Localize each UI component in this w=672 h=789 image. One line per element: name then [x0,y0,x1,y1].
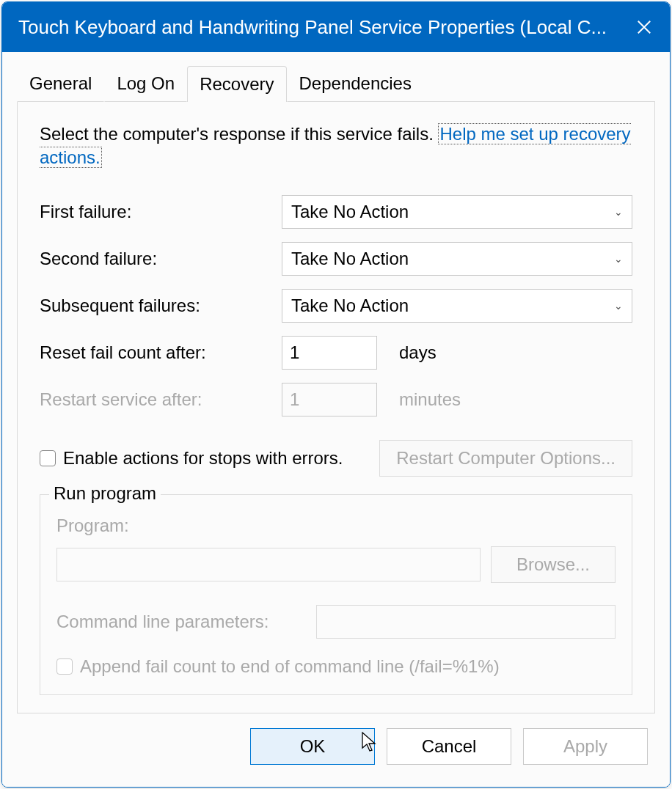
chevron-down-icon: ⌄ [614,206,623,218]
tab-recovery[interactable]: Recovery [187,66,286,102]
ok-button[interactable]: OK [250,728,375,765]
tab-logon[interactable]: Log On [104,65,187,102]
cancel-button[interactable]: Cancel [387,728,511,765]
reset-count-row: Reset fail count after: days [40,336,632,370]
program-label: Program: [56,515,616,536]
subsequent-failures-value: Take No Action [291,296,409,316]
chevron-down-icon: ⌄ [614,253,623,265]
append-checkbox [56,658,73,675]
cmdparams-input [316,605,616,639]
apply-button: Apply [523,728,648,765]
subsequent-failures-combo[interactable]: Take No Action ⌄ [282,289,632,323]
reset-count-input[interactable] [282,336,377,370]
second-failure-row: Second failure: Take No Action ⌄ [40,242,632,276]
tabstrip: General Log On Recovery Dependencies [2,52,670,102]
client-area: General Log On Recovery Dependencies Sel… [2,52,670,787]
second-failure-combo[interactable]: Take No Action ⌄ [282,242,632,276]
restart-after-row: Restart service after: minutes [40,383,632,416]
first-failure-combo[interactable]: Take No Action ⌄ [282,195,632,229]
first-failure-row: First failure: Take No Action ⌄ [40,195,632,229]
chevron-down-icon: ⌄ [614,300,623,312]
restart-computer-options-button: Restart Computer Options... [379,440,632,477]
first-failure-label: First failure: [40,202,282,222]
program-input [56,548,481,581]
append-row: Append fail count to end of command line… [56,656,616,677]
cursor-icon [361,732,377,752]
reset-count-unit: days [399,342,437,363]
cmdparams-label: Command line parameters: [56,612,269,632]
intro-text-row: Select the computer's response if this s… [40,122,632,170]
tab-dependencies[interactable]: Dependencies [287,65,424,102]
restart-after-input [282,383,377,416]
second-failure-label: Second failure: [40,249,282,269]
browse-button: Browse... [491,546,616,583]
subsequent-failures-label: Subsequent failures: [40,296,282,316]
titlebar[interactable]: Touch Keyboard and Handwriting Panel Ser… [2,2,670,52]
tab-general[interactable]: General [17,65,104,102]
dialog-window: Touch Keyboard and Handwriting Panel Ser… [1,1,671,788]
append-label: Append fail count to end of command line… [80,656,500,677]
close-icon [636,19,652,35]
run-program-legend: Run program [49,483,161,504]
enable-and-rco-row: Enable actions for stops with errors. Re… [40,440,632,477]
recovery-panel: Select the computer's response if this s… [17,102,655,713]
window-title: Touch Keyboard and Handwriting Panel Ser… [18,16,626,39]
close-button[interactable] [626,19,662,35]
restart-after-label: Restart service after: [40,389,282,410]
first-failure-value: Take No Action [291,202,409,222]
reset-count-label: Reset fail count after: [40,342,282,363]
dialog-footer: OK Cancel Apply [2,713,670,787]
intro-text: Select the computer's response if this s… [40,124,434,144]
enable-stops-checkbox[interactable] [40,450,56,466]
enable-stops-label: Enable actions for stops with errors. [63,448,343,469]
run-program-group: Run program Program: Browse... Command l… [40,494,632,695]
subsequent-failures-row: Subsequent failures: Take No Action ⌄ [40,289,632,323]
restart-after-unit: minutes [399,389,461,410]
second-failure-value: Take No Action [291,249,409,269]
